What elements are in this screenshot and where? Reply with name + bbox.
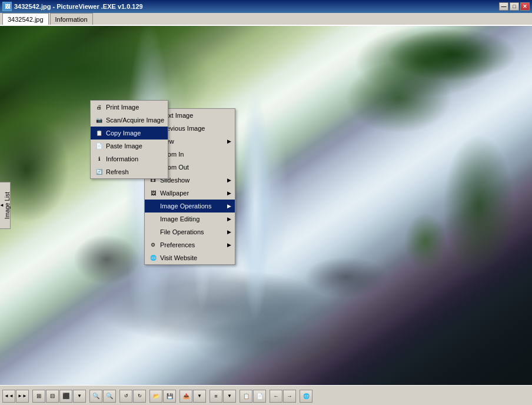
- copy-image-icon: 📋: [94, 128, 104, 138]
- title-bar-buttons: — □ ✕: [499, 2, 530, 11]
- close-button[interactable]: ✕: [520, 2, 530, 11]
- forward-button[interactable]: →: [283, 390, 296, 403]
- submenu-copy-image-label: Copy Image: [106, 130, 141, 137]
- app-icon: 🖼: [2, 2, 12, 11]
- wallpaper-icon: 🖼: [148, 188, 158, 198]
- file-operations-arrow-icon: ▶: [227, 229, 231, 235]
- title-bar: 🖼 3432542.jpg - PictureViewer .EXE v1.0.…: [0, 0, 532, 13]
- image-operations-arrow-icon: ▶: [227, 203, 231, 209]
- slideshow-arrow-icon: ▶: [227, 177, 231, 183]
- main-area: ◄ Image List » Next Image « Previous Ima…: [0, 26, 532, 385]
- actual-size-button[interactable]: ⊟: [46, 390, 59, 403]
- submenu-item-copy-image[interactable]: 📋 Copy Image: [91, 127, 168, 140]
- submenu-item-scan-acquire[interactable]: 📷 Scan/Acquire Image: [91, 114, 168, 127]
- menu-preferences-label: Preferences: [160, 241, 195, 248]
- menu-image-editing-label: Image Editing: [160, 215, 200, 223]
- submenu-scan-acquire-label: Scan/Acquire Image: [106, 117, 164, 124]
- export-button[interactable]: 📤: [179, 390, 192, 403]
- tab-information[interactable]: Information: [50, 13, 93, 25]
- submenu-image-operations: 🖨 Print Image 📷 Scan/Acquire Image 📋 Cop…: [90, 100, 168, 179]
- fit-window-button[interactable]: ⊞: [32, 390, 45, 403]
- print-image-icon: 🖨: [94, 102, 104, 112]
- menu-file-operations-label: File Operations: [160, 228, 204, 235]
- image-editing-arrow-icon: ▶: [227, 216, 231, 222]
- submenu-information-label: Information: [106, 155, 138, 162]
- menu-item-wallpaper[interactable]: 🖼 Wallpaper ▶: [145, 187, 235, 200]
- paste-toolbar-button[interactable]: 📄: [253, 390, 266, 403]
- copy-toolbar-button[interactable]: 📋: [240, 390, 252, 403]
- tab-information-label: Information: [55, 16, 88, 23]
- submenu-refresh-label: Refresh: [106, 168, 129, 175]
- export-dropdown-button[interactable]: ▼: [193, 390, 206, 403]
- menu-item-image-operations[interactable]: Image Operations ▶: [145, 200, 235, 213]
- zoom-in-toolbar-button[interactable]: 🔍: [103, 390, 116, 403]
- preferences-arrow-icon: ▶: [227, 242, 231, 248]
- submenu-item-information[interactable]: ℹ Information: [91, 152, 168, 165]
- web-button[interactable]: 🌐: [300, 390, 312, 403]
- next-nav-button[interactable]: ►►: [16, 390, 29, 403]
- tools-button[interactable]: ≡: [210, 390, 222, 403]
- wallpaper-arrow-icon: ▶: [227, 190, 231, 196]
- image-operations-icon: [148, 201, 158, 211]
- tab-bar: 3432542.jpg Information: [0, 13, 532, 26]
- image-display[interactable]: [0, 26, 532, 385]
- tab-image-label: 3432542.jpg: [8, 16, 44, 23]
- menu-image-operations-label: Image Operations: [160, 203, 211, 210]
- rotate-cw-button[interactable]: ↻: [133, 390, 146, 403]
- submenu-item-paste-image[interactable]: 📄 Paste Image: [91, 140, 168, 152]
- menu-item-visit-website[interactable]: 🌐 Visit Website: [145, 251, 235, 264]
- tools-dropdown-button[interactable]: ▼: [223, 390, 236, 403]
- prev-nav-button[interactable]: ◄◄: [2, 390, 15, 403]
- tab-image[interactable]: 3432542.jpg: [2, 13, 49, 25]
- submenu-item-print-image[interactable]: 🖨 Print Image: [91, 101, 168, 114]
- back-button[interactable]: ←: [270, 390, 282, 403]
- menu-item-image-editing[interactable]: Image Editing ▶: [145, 213, 235, 225]
- submenu-item-refresh[interactable]: 🔄 Refresh: [91, 165, 168, 178]
- submenu-paste-image-label: Paste Image: [106, 142, 142, 150]
- preferences-icon: ⚙: [148, 240, 158, 250]
- file-operations-icon: [148, 227, 158, 237]
- submenu-print-image-label: Print Image: [106, 104, 139, 111]
- menu-item-preferences[interactable]: ⚙ Preferences ▶: [145, 238, 235, 251]
- zoom-out-toolbar-button[interactable]: 🔍: [89, 390, 102, 403]
- save-button[interactable]: 💾: [163, 390, 176, 403]
- menu-visit-website-label: Visit Website: [160, 254, 197, 261]
- information-icon: ℹ: [94, 154, 104, 164]
- maximize-button[interactable]: □: [510, 2, 519, 11]
- toolbar: ◄◄ ►► ⊞ ⊟ ⬛ ▼ 🔍 🔍 ↺ ↻ 📂 💾 📤 ▼ ≡ ▼ 📋 📄 ← …: [0, 385, 532, 405]
- image-list-panel[interactable]: ◄ Image List: [0, 182, 11, 229]
- title-text: 3432542.jpg - PictureViewer .EXE v1.0.12…: [14, 3, 143, 10]
- visit-website-icon: 🌐: [148, 253, 158, 263]
- image-list-label: Image List: [4, 192, 11, 219]
- view-arrow-icon: ▶: [227, 138, 231, 144]
- fullscreen-button[interactable]: ⬛: [59, 390, 72, 403]
- scan-acquire-icon: 📷: [94, 115, 104, 125]
- menu-wallpaper-label: Wallpaper: [160, 190, 189, 197]
- refresh-icon: 🔄: [94, 167, 104, 177]
- image-list-arrow: ◄: [0, 203, 4, 208]
- minimize-button[interactable]: —: [499, 2, 508, 11]
- menu-item-file-operations[interactable]: File Operations ▶: [145, 225, 235, 238]
- image-editing-icon: [148, 214, 158, 224]
- view-dropdown-button[interactable]: ▼: [73, 390, 86, 403]
- rotate-ccw-button[interactable]: ↺: [119, 390, 132, 403]
- open-button[interactable]: 📂: [149, 390, 162, 403]
- paste-image-icon: 📄: [94, 141, 104, 151]
